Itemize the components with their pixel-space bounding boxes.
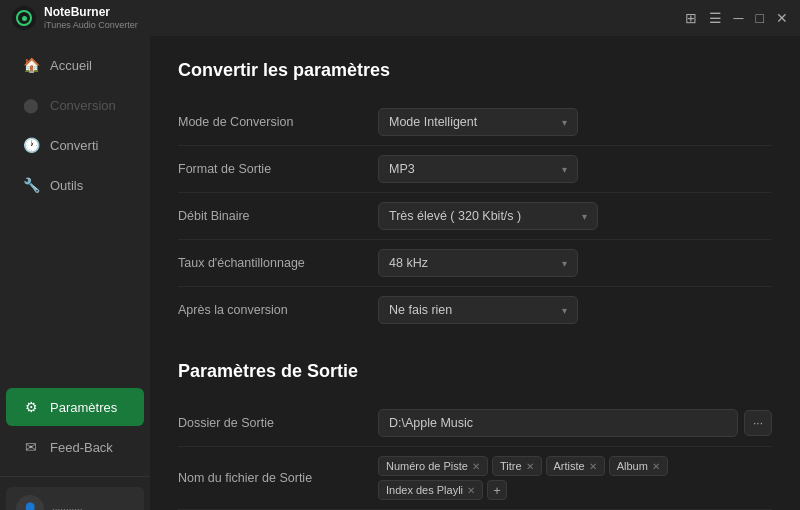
control-mode-conversion: Mode Intelligent ▾	[378, 108, 772, 136]
chevron-down-icon: ▾	[562, 164, 567, 175]
label-nom-fichier: Nom du fichier de Sortie	[178, 471, 378, 485]
titlebar: NoteBurner iTunes Audio Converter ⊞ ☰ ─ …	[0, 0, 800, 36]
row-apres-conversion: Après la conversion Ne fais rien ▾	[178, 287, 772, 333]
sidebar-item-conversion: ⬤ Conversion	[6, 86, 144, 124]
control-dossier-sortie: ···	[378, 409, 772, 437]
app-title-block: NoteBurner iTunes Audio Converter	[44, 5, 138, 30]
output-settings-table: Dossier de Sortie ··· Nom du fichier de …	[178, 400, 772, 510]
filename-tags-row: Numéro de Piste ✕ Titre ✕ Artiste ✕ Al	[378, 456, 772, 500]
app-subtitle: iTunes Audio Converter	[44, 20, 138, 31]
sidebar-item-parametres[interactable]: ⚙ Paramètres	[6, 388, 144, 426]
tag-remove-numero[interactable]: ✕	[472, 461, 480, 472]
control-taux-echantillonnage: 48 kHz ▾	[378, 249, 772, 277]
tag-label-artiste: Artiste	[554, 460, 585, 472]
label-taux-echantillonnage: Taux d'échantillonnage	[178, 256, 378, 270]
grid-icon[interactable]: ⊞	[685, 10, 697, 26]
sidebar: 🏠 Accueil ⬤ Conversion 🕐 Converti 🔧 Outi…	[0, 36, 150, 510]
folder-path-input[interactable]	[378, 409, 738, 437]
tools-icon: 🔧	[22, 176, 40, 194]
maximize-icon[interactable]: □	[756, 10, 764, 26]
app-logo	[12, 6, 36, 30]
row-mode-conversion: Mode de Conversion Mode Intelligent ▾	[178, 99, 772, 146]
main-layout: 🏠 Accueil ⬤ Conversion 🕐 Converti 🔧 Outi…	[0, 36, 800, 510]
control-format-sortie: MP3 ▾	[378, 155, 772, 183]
sidebar-item-feedback[interactable]: ✉ Feed-Back	[6, 428, 144, 466]
select-mode-conversion[interactable]: Mode Intelligent ▾	[378, 108, 578, 136]
tag-label-titre: Titre	[500, 460, 522, 472]
close-icon[interactable]: ✕	[776, 10, 788, 26]
tag-remove-album[interactable]: ✕	[652, 461, 660, 472]
row-taux-echantillonnage: Taux d'échantillonnage 48 kHz ▾	[178, 240, 772, 287]
user-avatar-icon: 👤	[16, 495, 44, 510]
user-info: ···········	[52, 504, 134, 511]
label-format-sortie: Format de Sortie	[178, 162, 378, 176]
select-format-sortie-value: MP3	[389, 162, 415, 176]
select-taux-echantillonnage[interactable]: 48 kHz ▾	[378, 249, 578, 277]
app-logo-inner	[16, 10, 32, 26]
tag-album: Album ✕	[609, 456, 668, 476]
select-apres-conversion-value: Ne fais rien	[389, 303, 452, 317]
control-debit-binaire: Très élevé ( 320 Kbit/s ) ▾	[378, 202, 772, 230]
select-debit-binaire[interactable]: Très élevé ( 320 Kbit/s ) ▾	[378, 202, 598, 230]
conversion-settings-table: Mode de Conversion Mode Intelligent ▾ Fo…	[178, 99, 772, 333]
user-card[interactable]: 👤 ···········	[6, 487, 144, 510]
row-nom-fichier: Nom du fichier de Sortie Numéro de Piste…	[178, 447, 772, 510]
chevron-down-icon: ▾	[582, 211, 587, 222]
titlebar-left: NoteBurner iTunes Audio Converter	[12, 5, 138, 30]
tag-remove-artiste[interactable]: ✕	[589, 461, 597, 472]
app-logo-dot	[22, 16, 27, 21]
label-mode-conversion: Mode de Conversion	[178, 115, 378, 129]
sidebar-label-parametres: Paramètres	[50, 400, 117, 415]
tag-artiste: Artiste ✕	[546, 456, 605, 476]
tag-label-numero: Numéro de Piste	[386, 460, 468, 472]
sidebar-top: 🏠 Accueil ⬤ Conversion 🕐 Converti 🔧 Outi…	[0, 36, 150, 476]
tag-titre: Titre ✕	[492, 456, 542, 476]
sidebar-label-outils: Outils	[50, 178, 83, 193]
tag-add-button[interactable]: +	[487, 480, 507, 500]
sidebar-bottom: 👤 ···········	[0, 476, 150, 510]
control-nom-fichier: Numéro de Piste ✕ Titre ✕ Artiste ✕ Al	[378, 456, 772, 500]
label-apres-conversion: Après la conversion	[178, 303, 378, 317]
user-name: ···········	[52, 504, 134, 511]
select-apres-conversion[interactable]: Ne fais rien ▾	[378, 296, 578, 324]
select-debit-binaire-value: Très élevé ( 320 Kbit/s )	[389, 209, 521, 223]
tag-index-playli: Index des Playli ✕	[378, 480, 483, 500]
select-format-sortie[interactable]: MP3 ▾	[378, 155, 578, 183]
tag-label-album: Album	[617, 460, 648, 472]
content-area: Convertir les paramètres Mode de Convers…	[150, 36, 800, 510]
sidebar-item-converti[interactable]: 🕐 Converti	[6, 126, 144, 164]
browse-button[interactable]: ···	[744, 410, 772, 436]
home-icon: 🏠	[22, 56, 40, 74]
chevron-down-icon: ▾	[562, 117, 567, 128]
row-dossier-sortie: Dossier de Sortie ···	[178, 400, 772, 447]
output-section-title: Paramètres de Sortie	[178, 361, 772, 382]
select-taux-echantillonnage-value: 48 kHz	[389, 256, 428, 270]
clock-icon: 🕐	[22, 136, 40, 154]
tag-numero-piste: Numéro de Piste ✕	[378, 456, 488, 476]
sidebar-item-outils[interactable]: 🔧 Outils	[6, 166, 144, 204]
sidebar-label-accueil: Accueil	[50, 58, 92, 73]
sidebar-label-feedback: Feed-Back	[50, 440, 113, 455]
label-dossier-sortie: Dossier de Sortie	[178, 416, 378, 430]
control-apres-conversion: Ne fais rien ▾	[378, 296, 772, 324]
app-name: NoteBurner	[44, 5, 138, 19]
tag-label-index: Index des Playli	[386, 484, 463, 496]
minimize-icon[interactable]: ─	[734, 10, 744, 26]
sidebar-label-conversion: Conversion	[50, 98, 116, 113]
tag-remove-index[interactable]: ✕	[467, 485, 475, 496]
settings-icon: ⚙	[22, 398, 40, 416]
mail-icon: ✉	[22, 438, 40, 456]
chevron-down-icon: ▾	[562, 305, 567, 316]
sidebar-label-converti: Converti	[50, 138, 98, 153]
titlebar-controls: ⊞ ☰ ─ □ ✕	[685, 10, 788, 26]
select-mode-conversion-value: Mode Intelligent	[389, 115, 477, 129]
conversion-icon: ⬤	[22, 96, 40, 114]
tag-remove-titre[interactable]: ✕	[526, 461, 534, 472]
folder-input-row: ···	[378, 409, 772, 437]
sidebar-item-accueil[interactable]: 🏠 Accueil	[6, 46, 144, 84]
row-format-sortie: Format de Sortie MP3 ▾	[178, 146, 772, 193]
chevron-down-icon: ▾	[562, 258, 567, 269]
label-debit-binaire: Débit Binaire	[178, 209, 378, 223]
conversion-section-title: Convertir les paramètres	[178, 60, 772, 81]
menu-icon[interactable]: ☰	[709, 10, 722, 26]
